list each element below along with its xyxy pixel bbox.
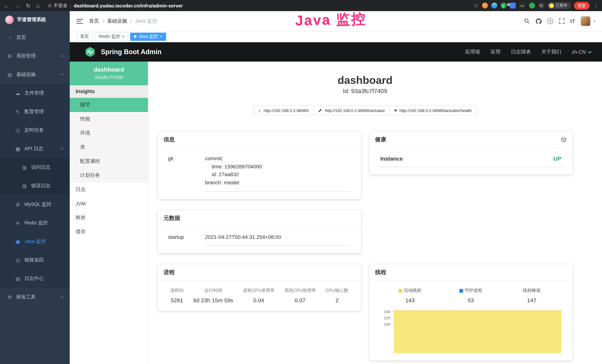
stat-label: 进程ID — [170, 288, 183, 294]
forward-button[interactable]: → — [15, 3, 20, 8]
instance-menu-caches[interactable]: 缓存 — [70, 225, 148, 239]
tab-home[interactable]: 首页 — [76, 32, 93, 41]
sidebar-item-tracing[interactable]: ◎ 链路追踪 — [0, 251, 70, 269]
tags-bar: 首页 Redis 监控 × Java 监控 × — [70, 31, 602, 42]
hamburger-icon[interactable] — [76, 19, 83, 23]
metadata-key: startup — [168, 233, 205, 246]
sidebar-item-error-logs[interactable]: ▥ 错误日志 — [0, 177, 70, 195]
instance-menu-jvm[interactable]: JVM — [70, 197, 148, 211]
sidebar-item-dev-tools[interactable]: ⚒ 研发工具 — [0, 288, 70, 306]
stat-value: 0.04 — [253, 297, 264, 304]
breadcrumb-home[interactable]: 首页 — [89, 18, 99, 24]
legend-live-threads: 活动线程 143 — [379, 288, 440, 304]
search-icon[interactable] — [524, 18, 530, 24]
sba-nav-wallboard[interactable]: 应用墙 — [465, 49, 480, 55]
actuator-link[interactable]: http://192.168.0.2:48080/actuator — [313, 106, 390, 115]
info-key: git — [168, 155, 205, 192]
extension-green-icon[interactable]: y — [500, 3, 506, 9]
reload-button[interactable]: ↻ — [26, 3, 31, 8]
instance-menu-logs[interactable]: 日志 — [70, 182, 148, 197]
threads-card: 线程 活动线程 143 — [369, 265, 572, 361]
instance-menu-classes[interactable]: 类 — [70, 140, 148, 154]
browser-home-button[interactable]: ⌂ — [36, 3, 40, 8]
extension-grid-icon[interactable]: ▦ — [510, 3, 516, 9]
instance-menu-details[interactable]: 细节 — [70, 98, 148, 112]
extension-drop-icon[interactable] — [491, 3, 497, 9]
legend-label: 活动线程 — [404, 288, 421, 294]
history-icon[interactable] — [561, 137, 567, 142]
page-title: dashboard — [158, 74, 572, 86]
sidebar-item-home[interactable]: ◔ 首页 — [0, 28, 70, 47]
help-icon[interactable]: ? — [547, 18, 553, 24]
instance-home-link[interactable]: ⌂ http://192.168.0.2:48080/ — [253, 106, 314, 115]
threads-card-body: 活动线程 143 守护进程 — [369, 281, 572, 361]
page-subtitle: Id: 93a3fc7f7409 — [158, 88, 572, 95]
sidebar-item-java-monitor[interactable]: ▣ Java 监控 — [0, 232, 70, 251]
github-icon[interactable] — [536, 18, 542, 24]
stat-label: 进程CPU使用率 — [243, 288, 275, 294]
info-line: time: 1596289704000 — [205, 163, 351, 171]
tools-icon: ⚒ — [7, 294, 13, 300]
locale-label: zh-CN — [572, 49, 586, 55]
card-title: 元数据 — [163, 215, 180, 222]
fullscreen-icon[interactable] — [559, 18, 565, 24]
tab-redis-monitor[interactable]: Redis 监控 × — [95, 32, 128, 41]
app-logo[interactable]: 芋道管理系统 — [0, 11, 70, 28]
spring-boot-admin-logo-icon — [85, 46, 96, 57]
legend-label: 守护进程 — [465, 288, 483, 294]
close-icon[interactable]: × — [122, 34, 124, 39]
extension-leaf-icon[interactable] — [529, 3, 535, 9]
update-button[interactable]: 更新 — [574, 2, 590, 10]
instance-menu-environment[interactable]: 环境 — [70, 126, 148, 140]
instance-header[interactable]: dashboard 93a3fc7f7409 — [70, 62, 148, 85]
font-size-icon[interactable]: tT — [570, 18, 575, 24]
info-row-git: git commit: time: 1596289704000 id: 27aa… — [168, 155, 351, 192]
sba-nav-about[interactable]: 关于我们 — [541, 49, 561, 55]
instance-menu-scheduled-tasks[interactable]: 计划任务 — [70, 168, 148, 182]
process-card-header: 进程 — [158, 265, 361, 281]
active-tab-dot — [134, 35, 137, 38]
chevron-down-icon — [60, 54, 64, 57]
breadcrumb-infrastructure[interactable]: 基础设施 — [107, 18, 127, 24]
health-link[interactable]: ♥ http://192.168.0.2:48080/actuator/heal… — [389, 106, 476, 115]
instance-menu-config-props[interactable]: 配置属性 — [70, 154, 148, 168]
bookmark-star-icon[interactable]: ☆ — [474, 3, 479, 9]
address-bar[interactable]: ⚠ 不安全 | dashboard.yudao.iocoder.cn/infra… — [48, 2, 471, 9]
sidebar-item-api-logs[interactable]: ▦ API 日志 — [0, 139, 70, 158]
sidebar-item-system-mgmt[interactable]: ⚙ 系统管理 — [0, 47, 70, 65]
sidebar-item-access-logs[interactable]: ▥ 访问日志 — [0, 158, 70, 177]
info-line: branch: master — [205, 179, 351, 187]
close-icon[interactable]: × — [160, 34, 162, 39]
sidebar-item-infrastructure[interactable]: ▤ 基础设施 — [0, 65, 70, 84]
chevron-down-icon — [588, 50, 592, 53]
threads-chart-y-axis: 140 120 100 — [379, 309, 393, 353]
sba-brand-title[interactable]: Spring Boot Admin — [101, 48, 161, 56]
instance-menu-metrics[interactable]: 性能 — [70, 112, 148, 126]
database-icon: ≣ — [15, 202, 21, 207]
sba-body: dashboard 93a3fc7f7409 Insights 细节 性能 环境… — [70, 62, 602, 364]
extension-on-badge-icon[interactable]: on — [519, 3, 526, 9]
sidebar-item-scheduled-jobs[interactable]: ◷ 定时任务 — [0, 121, 70, 139]
paused-badge[interactable]: 已暂停 — [548, 2, 571, 9]
sidebar-item-config-mgmt[interactable]: ✎ 配置管理 — [0, 102, 70, 121]
back-button[interactable]: ← — [4, 3, 9, 8]
avatar-caret-icon[interactable]: ▾ — [594, 19, 595, 23]
user-avatar[interactable] — [581, 16, 590, 26]
sidebar-item-log-center[interactable]: ▤ 日志中心 — [0, 269, 70, 288]
sba-nav-applications[interactable]: 应用 — [490, 49, 500, 55]
sidebar-item-file-mgmt[interactable]: ☁ 文件管理 — [0, 84, 70, 102]
tab-java-monitor[interactable]: Java 监控 × — [130, 32, 166, 41]
browser-menu-icon[interactable]: ⋮ — [594, 3, 599, 8]
sba-nav-journal[interactable]: 日志报表 — [511, 49, 531, 55]
extension-puzzle-icon[interactable]: ⚄ — [538, 3, 544, 9]
sidebar-item-redis-monitor[interactable]: ≋ Redis 监控 — [0, 214, 70, 232]
warning-icon: ⚠ — [48, 3, 52, 8]
extension-fox-icon[interactable] — [482, 3, 488, 9]
instance-menu-mappings[interactable]: 映射 — [70, 211, 148, 225]
tab-label: Java 监控 — [139, 33, 158, 40]
locale-selector[interactable]: zh-CN — [572, 49, 591, 55]
edit-icon: ✎ — [15, 109, 21, 114]
sidebar-item-mysql-monitor[interactable]: ≣ MySQL 监控 — [0, 195, 70, 214]
stat-value: 5261 — [171, 297, 183, 304]
health-instance-row[interactable]: Instance UP — [379, 155, 562, 167]
